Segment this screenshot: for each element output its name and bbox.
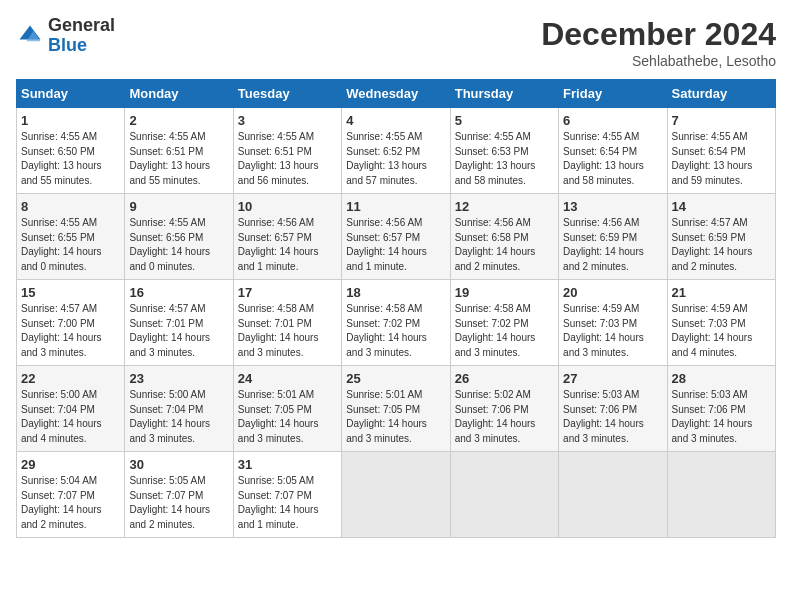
- calendar-cell: 10Sunrise: 4:56 AMSunset: 6:57 PMDayligh…: [233, 194, 341, 280]
- calendar-cell: 20Sunrise: 4:59 AMSunset: 7:03 PMDayligh…: [559, 280, 667, 366]
- calendar-cell: 3Sunrise: 4:55 AMSunset: 6:51 PMDaylight…: [233, 108, 341, 194]
- calendar-cell: [342, 452, 450, 538]
- day-info: Sunrise: 4:56 AMSunset: 6:58 PMDaylight:…: [455, 216, 554, 274]
- day-info: Sunrise: 4:58 AMSunset: 7:01 PMDaylight:…: [238, 302, 337, 360]
- day-info: Sunrise: 4:56 AMSunset: 6:59 PMDaylight:…: [563, 216, 662, 274]
- calendar-cell: 2Sunrise: 4:55 AMSunset: 6:51 PMDaylight…: [125, 108, 233, 194]
- day-number: 1: [21, 113, 120, 128]
- day-number: 9: [129, 199, 228, 214]
- calendar-cell: 21Sunrise: 4:59 AMSunset: 7:03 PMDayligh…: [667, 280, 775, 366]
- calendar-cell: 4Sunrise: 4:55 AMSunset: 6:52 PMDaylight…: [342, 108, 450, 194]
- day-number: 3: [238, 113, 337, 128]
- day-number: 8: [21, 199, 120, 214]
- col-thursday: Thursday: [450, 80, 558, 108]
- page-header: GeneralBlue December 2024 Sehlabathebe, …: [16, 16, 776, 69]
- calendar-cell: 17Sunrise: 4:58 AMSunset: 7:01 PMDayligh…: [233, 280, 341, 366]
- calendar-cell: 12Sunrise: 4:56 AMSunset: 6:58 PMDayligh…: [450, 194, 558, 280]
- day-number: 27: [563, 371, 662, 386]
- day-info: Sunrise: 5:00 AMSunset: 7:04 PMDaylight:…: [21, 388, 120, 446]
- logo-text: GeneralBlue: [48, 16, 115, 56]
- day-info: Sunrise: 4:56 AMSunset: 6:57 PMDaylight:…: [346, 216, 445, 274]
- day-number: 21: [672, 285, 771, 300]
- calendar-cell: 9Sunrise: 4:55 AMSunset: 6:56 PMDaylight…: [125, 194, 233, 280]
- calendar-row: 1Sunrise: 4:55 AMSunset: 6:50 PMDaylight…: [17, 108, 776, 194]
- calendar-cell: 24Sunrise: 5:01 AMSunset: 7:05 PMDayligh…: [233, 366, 341, 452]
- day-info: Sunrise: 4:58 AMSunset: 7:02 PMDaylight:…: [346, 302, 445, 360]
- day-info: Sunrise: 4:56 AMSunset: 6:57 PMDaylight:…: [238, 216, 337, 274]
- month-title: December 2024: [541, 16, 776, 53]
- day-info: Sunrise: 4:55 AMSunset: 6:54 PMDaylight:…: [672, 130, 771, 188]
- calendar-table: Sunday Monday Tuesday Wednesday Thursday…: [16, 79, 776, 538]
- calendar-cell: [450, 452, 558, 538]
- day-number: 6: [563, 113, 662, 128]
- day-info: Sunrise: 4:55 AMSunset: 6:51 PMDaylight:…: [238, 130, 337, 188]
- day-number: 12: [455, 199, 554, 214]
- day-info: Sunrise: 5:04 AMSunset: 7:07 PMDaylight:…: [21, 474, 120, 532]
- calendar-cell: 23Sunrise: 5:00 AMSunset: 7:04 PMDayligh…: [125, 366, 233, 452]
- calendar-cell: 7Sunrise: 4:55 AMSunset: 6:54 PMDaylight…: [667, 108, 775, 194]
- day-info: Sunrise: 5:00 AMSunset: 7:04 PMDaylight:…: [129, 388, 228, 446]
- day-number: 18: [346, 285, 445, 300]
- calendar-cell: [667, 452, 775, 538]
- logo-blue-text: Blue: [48, 35, 87, 55]
- day-info: Sunrise: 4:58 AMSunset: 7:02 PMDaylight:…: [455, 302, 554, 360]
- day-info: Sunrise: 4:57 AMSunset: 7:01 PMDaylight:…: [129, 302, 228, 360]
- col-wednesday: Wednesday: [342, 80, 450, 108]
- day-number: 31: [238, 457, 337, 472]
- day-number: 15: [21, 285, 120, 300]
- col-sunday: Sunday: [17, 80, 125, 108]
- calendar-header-row: Sunday Monday Tuesday Wednesday Thursday…: [17, 80, 776, 108]
- calendar-cell: [559, 452, 667, 538]
- calendar-cell: 11Sunrise: 4:56 AMSunset: 6:57 PMDayligh…: [342, 194, 450, 280]
- col-friday: Friday: [559, 80, 667, 108]
- calendar-cell: 26Sunrise: 5:02 AMSunset: 7:06 PMDayligh…: [450, 366, 558, 452]
- calendar-row: 29Sunrise: 5:04 AMSunset: 7:07 PMDayligh…: [17, 452, 776, 538]
- day-info: Sunrise: 4:57 AMSunset: 6:59 PMDaylight:…: [672, 216, 771, 274]
- calendar-cell: 16Sunrise: 4:57 AMSunset: 7:01 PMDayligh…: [125, 280, 233, 366]
- day-number: 19: [455, 285, 554, 300]
- day-number: 28: [672, 371, 771, 386]
- calendar-cell: 14Sunrise: 4:57 AMSunset: 6:59 PMDayligh…: [667, 194, 775, 280]
- calendar-row: 15Sunrise: 4:57 AMSunset: 7:00 PMDayligh…: [17, 280, 776, 366]
- calendar-cell: 13Sunrise: 4:56 AMSunset: 6:59 PMDayligh…: [559, 194, 667, 280]
- calendar-cell: 27Sunrise: 5:03 AMSunset: 7:06 PMDayligh…: [559, 366, 667, 452]
- day-info: Sunrise: 4:55 AMSunset: 6:52 PMDaylight:…: [346, 130, 445, 188]
- day-number: 20: [563, 285, 662, 300]
- calendar-cell: 6Sunrise: 4:55 AMSunset: 6:54 PMDaylight…: [559, 108, 667, 194]
- day-info: Sunrise: 4:55 AMSunset: 6:56 PMDaylight:…: [129, 216, 228, 274]
- calendar-cell: 8Sunrise: 4:55 AMSunset: 6:55 PMDaylight…: [17, 194, 125, 280]
- day-number: 25: [346, 371, 445, 386]
- col-tuesday: Tuesday: [233, 80, 341, 108]
- day-info: Sunrise: 4:55 AMSunset: 6:51 PMDaylight:…: [129, 130, 228, 188]
- calendar-cell: 18Sunrise: 4:58 AMSunset: 7:02 PMDayligh…: [342, 280, 450, 366]
- day-info: Sunrise: 5:05 AMSunset: 7:07 PMDaylight:…: [238, 474, 337, 532]
- day-number: 30: [129, 457, 228, 472]
- calendar-cell: 22Sunrise: 5:00 AMSunset: 7:04 PMDayligh…: [17, 366, 125, 452]
- calendar-row: 22Sunrise: 5:00 AMSunset: 7:04 PMDayligh…: [17, 366, 776, 452]
- day-info: Sunrise: 4:55 AMSunset: 6:54 PMDaylight:…: [563, 130, 662, 188]
- day-number: 14: [672, 199, 771, 214]
- calendar-cell: 29Sunrise: 5:04 AMSunset: 7:07 PMDayligh…: [17, 452, 125, 538]
- day-number: 16: [129, 285, 228, 300]
- calendar-cell: 31Sunrise: 5:05 AMSunset: 7:07 PMDayligh…: [233, 452, 341, 538]
- day-info: Sunrise: 5:05 AMSunset: 7:07 PMDaylight:…: [129, 474, 228, 532]
- day-number: 13: [563, 199, 662, 214]
- title-area: December 2024 Sehlabathebe, Lesotho: [541, 16, 776, 69]
- day-info: Sunrise: 5:01 AMSunset: 7:05 PMDaylight:…: [346, 388, 445, 446]
- day-info: Sunrise: 4:57 AMSunset: 7:00 PMDaylight:…: [21, 302, 120, 360]
- day-number: 4: [346, 113, 445, 128]
- day-number: 23: [129, 371, 228, 386]
- day-number: 22: [21, 371, 120, 386]
- day-number: 24: [238, 371, 337, 386]
- day-info: Sunrise: 5:01 AMSunset: 7:05 PMDaylight:…: [238, 388, 337, 446]
- calendar-cell: 25Sunrise: 5:01 AMSunset: 7:05 PMDayligh…: [342, 366, 450, 452]
- calendar-cell: 28Sunrise: 5:03 AMSunset: 7:06 PMDayligh…: [667, 366, 775, 452]
- day-number: 5: [455, 113, 554, 128]
- calendar-cell: 30Sunrise: 5:05 AMSunset: 7:07 PMDayligh…: [125, 452, 233, 538]
- day-number: 11: [346, 199, 445, 214]
- day-info: Sunrise: 5:02 AMSunset: 7:06 PMDaylight:…: [455, 388, 554, 446]
- day-info: Sunrise: 5:03 AMSunset: 7:06 PMDaylight:…: [563, 388, 662, 446]
- calendar-cell: 1Sunrise: 4:55 AMSunset: 6:50 PMDaylight…: [17, 108, 125, 194]
- day-info: Sunrise: 4:55 AMSunset: 6:50 PMDaylight:…: [21, 130, 120, 188]
- location-subtitle: Sehlabathebe, Lesotho: [541, 53, 776, 69]
